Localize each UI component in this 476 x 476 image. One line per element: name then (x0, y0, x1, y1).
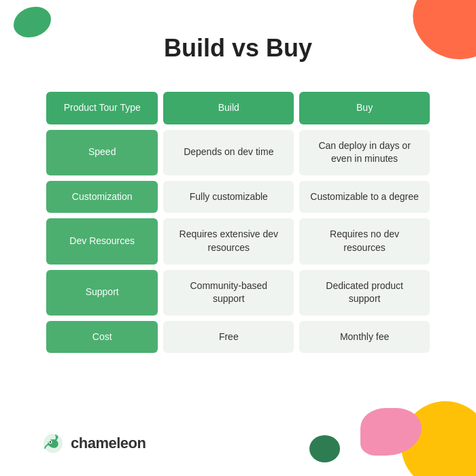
cell-build: Fully customizable (163, 181, 294, 214)
cell-build: Free (163, 321, 294, 354)
blob-bottom-center-green (309, 435, 340, 462)
cell-build: Requires extensive dev resources (163, 218, 294, 264)
table-row: SupportCommunity-based supportDedicated … (46, 270, 430, 316)
table-row: CustomizationFully customizableCustomiza… (46, 181, 430, 214)
cell-buy: Dedicated product support (299, 270, 430, 316)
table-header-row: Product Tour Type Build Buy (46, 92, 430, 124)
cell-feature: Speed (46, 130, 158, 175)
cell-feature: Support (46, 270, 158, 316)
chameleon-wordmark: chameleon (71, 435, 146, 452)
cell-feature: Dev Resources (46, 218, 158, 264)
cell-build: Depends on dev time (163, 130, 294, 175)
cell-buy: Monthly fee (299, 321, 430, 354)
table-row: Dev ResourcesRequires extensive dev reso… (46, 218, 430, 264)
comparison-table: Product Tour Type Build Buy SpeedDepends… (41, 86, 435, 358)
table-row: SpeedDepends on dev timeCan deploy in da… (46, 130, 430, 175)
header-buy: Buy (299, 92, 430, 124)
footer: chameleon (41, 431, 146, 456)
cell-feature: Cost (46, 321, 158, 354)
cell-buy: Customizable to a degree (299, 181, 430, 214)
page-title: Build vs Buy (164, 34, 312, 63)
chameleon-logo-icon (41, 431, 65, 456)
header-feature: Product Tour Type (46, 92, 158, 124)
header-build: Build (163, 92, 294, 124)
page-content: Build vs Buy Product Tour Type Build Buy… (0, 0, 476, 379)
table-row: CostFreeMonthly fee (46, 321, 430, 354)
cell-build: Community-based support (163, 270, 294, 316)
svg-point-2 (50, 441, 51, 443)
cell-buy: Requires no dev resources (299, 218, 430, 264)
cell-feature: Customization (46, 181, 158, 214)
cell-buy: Can deploy in days or even in minutes (299, 130, 430, 175)
